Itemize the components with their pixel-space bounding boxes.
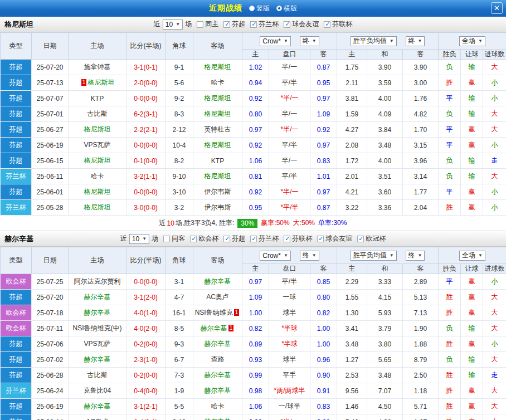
avg-draw-cell: 3.79 — [367, 321, 403, 336]
goals-result-cell: 大 — [483, 399, 506, 414]
sub-goals: 进球数 — [483, 50, 506, 60]
home-odds-cell: 0.81 — [242, 169, 269, 184]
recent-count-select[interactable]: 10▼ — [129, 234, 149, 244]
avg-home-cell: 1.30 — [337, 305, 367, 321]
filter-checkbox[interactable] — [163, 236, 170, 242]
filter-checkbox[interactable] — [284, 21, 290, 28]
league-type-cell: 芬超 — [1, 106, 32, 122]
avg-away-cell: 5.13 — [403, 290, 439, 305]
league-type-cell: 欧会杯 — [1, 305, 32, 321]
filter-label: 球会友谊 — [325, 234, 352, 243]
filter-item[interactable]: 欧会杯 — [190, 234, 218, 243]
filter-checkbox[interactable] — [250, 21, 257, 28]
filter-item[interactable]: 欧冠杯 — [357, 234, 386, 243]
group-avg: 胜平负均值▼ 终▼ — [337, 247, 439, 264]
scope-select[interactable]: 全场▼ — [459, 36, 485, 46]
odds-source-select[interactable]: Crow*▼ — [260, 251, 291, 261]
filter-checkbox[interactable] — [223, 236, 230, 242]
away-team-name: 哈卡 — [211, 79, 225, 86]
away-team-name: 格尼斯坦 — [205, 110, 231, 118]
filter-item[interactable]: 芬联杯 — [284, 234, 312, 243]
date-cell: 25-07-13 — [32, 75, 69, 91]
home-team-name: 阿尔达克尔贾利 — [74, 277, 121, 285]
odds-source-select[interactable]: Crow*▼ — [260, 36, 291, 46]
filter-checkbox[interactable] — [223, 21, 230, 28]
view-option-horizontal[interactable]: 横版 — [276, 4, 297, 13]
away-team-name: 格尼斯坦 — [205, 172, 231, 180]
sub-odds-handicap: 盘口 — [269, 50, 310, 60]
filter-item[interactable]: 球会友谊 — [284, 19, 319, 29]
away-team-cell: 哈卡 — [193, 75, 242, 91]
avg-draw-cell: 3.33 — [367, 274, 403, 290]
radio-vertical-icon[interactable] — [249, 6, 255, 11]
match-row: 芬超25-06-15格尼斯坦0-1(0-0)8-2KTP1.06半/一0.831… — [1, 153, 506, 169]
home-odds-cell: 0.90 — [242, 414, 269, 420]
goals-result-cell: 小 — [483, 184, 506, 200]
filter-checkbox[interactable] — [317, 236, 324, 242]
filter-checkbox[interactable] — [284, 236, 290, 242]
handicap-cell: *半/一 — [269, 184, 310, 200]
match-row: 芬超25-07-02赫尔辛基2-3(1-0)6-7查路0.93球半0.961.2… — [1, 352, 506, 368]
filter-checkbox[interactable] — [250, 236, 257, 242]
wdl-result-cell: 平 — [439, 91, 461, 106]
filter-item[interactable]: 芬兰杯 — [250, 19, 279, 29]
filter-item[interactable]: 芬超 — [223, 19, 245, 29]
avg-final-select[interactable]: 终▼ — [406, 36, 425, 46]
league-type-cell: 欧会杯 — [1, 321, 32, 336]
avg-final-select[interactable]: 终▼ — [406, 251, 425, 261]
handicap-result-cell: 输 — [461, 352, 483, 368]
group-odds: Crow*▼ 终▼ — [242, 33, 337, 50]
away-team-name: 赫尔辛基 — [205, 371, 231, 379]
odds-final-select[interactable]: 终▼ — [300, 251, 319, 261]
home-team-cell: 阿尔达克尔贾利 — [69, 274, 126, 290]
league-type-cell: 芬超 — [1, 336, 32, 352]
filter-checkbox[interactable] — [190, 236, 197, 242]
filter-item[interactable]: 同主 — [197, 19, 218, 29]
view-option-vertical[interactable]: 竖版 — [249, 4, 270, 13]
date-cell: 25-06-28 — [32, 368, 69, 383]
date-cell: 25-06-27 — [32, 122, 69, 138]
avg-type-select[interactable]: 胜平负均值▼ — [351, 251, 397, 261]
wdl-result-cell: 平 — [439, 274, 461, 290]
league-type-cell: 芬超 — [1, 60, 32, 75]
filter-item[interactable]: 芬兰杯 — [250, 234, 279, 243]
away-odds-cell: 1.00 — [310, 321, 337, 336]
odds-final-select[interactable]: 终▼ — [300, 36, 319, 46]
filter-checkbox[interactable] — [357, 236, 364, 242]
col-type: 类型 — [1, 33, 32, 60]
home-team-cell: 赫尔辛基 — [69, 352, 126, 368]
filter-item[interactable]: 球会友谊 — [317, 234, 352, 243]
recent-count-select[interactable]: 10▼ — [163, 19, 183, 30]
goals-result-cell: 小 — [483, 75, 506, 91]
away-odds-cell: 0.83 — [310, 153, 337, 169]
handicap-cell: 平/半 — [269, 169, 310, 184]
filter-checkbox[interactable] — [324, 21, 330, 28]
home-team-cell: 古比斯 — [69, 368, 126, 383]
filter-checkbox[interactable] — [197, 21, 203, 28]
sub-goals: 进球数 — [483, 264, 506, 274]
handicap-result-cell: 赢 — [461, 138, 483, 153]
avg-away-cell: 1.90 — [403, 321, 439, 336]
close-icon[interactable]: ✕ — [491, 2, 503, 14]
filter-item[interactable]: 芬联杯 — [324, 19, 352, 29]
col-away: 客场 — [193, 33, 242, 60]
handicap-cell: *半/一 — [269, 122, 310, 138]
match-row: 芬超25-06-14AC奥卢0-4(0-1)2-13赫尔辛基0.90*半/一0.… — [1, 414, 506, 420]
summary-single-rate: 单率:30% — [318, 218, 347, 228]
home-team-name: KTP — [91, 95, 104, 102]
avg-type-select[interactable]: 胜平负均值▼ — [351, 36, 397, 46]
filter-item[interactable]: 芬超 — [223, 234, 245, 243]
avg-draw-cell: 4.00 — [367, 153, 403, 169]
filter-label: 芬联杯 — [292, 234, 312, 243]
scope-select[interactable]: 全场▼ — [459, 251, 485, 261]
corner-cell: 8-5 — [166, 321, 193, 336]
score-cell: 3-1(0-1) — [126, 60, 166, 75]
avg-draw-cell: 4.15 — [367, 290, 403, 305]
goals-result-cell: 大 — [483, 414, 506, 420]
filter-item[interactable]: 同客 — [163, 234, 185, 243]
wdl-result-cell: 胜 — [439, 414, 461, 420]
away-odds-cell: 0.87 — [310, 60, 337, 75]
radio-horizontal-icon[interactable] — [276, 6, 282, 11]
match-row: 欧会杯25-07-25阿尔达克尔贾利0-0(0-0)3-1赫尔辛基0.97平/半… — [1, 274, 506, 290]
filter-group: 近10▼场同主芬超芬兰杯球会友谊芬联杯 — [154, 19, 352, 30]
